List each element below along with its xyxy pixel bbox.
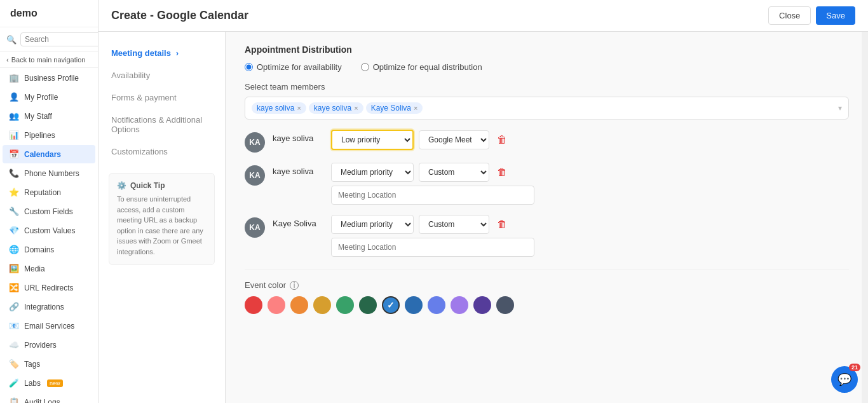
step-label-forms-payment: Forms & payment — [111, 93, 177, 102]
sidebar-label-reputation: Reputation — [24, 188, 61, 197]
location-input-1[interactable] — [331, 186, 534, 205]
step-forms-payment[interactable]: Forms & payment — [98, 86, 225, 109]
radio-group: Optimize for availability Optimize for e… — [245, 62, 849, 72]
location-type-select-2[interactable]: Google Meet Custom Zoom — [419, 215, 489, 234]
my-staff-icon: 👥 — [9, 111, 19, 121]
sidebar-item-email-services[interactable]: 📧 Email Services — [3, 317, 95, 335]
sidebar-item-my-profile[interactable]: 👤 My Profile — [3, 88, 95, 106]
sidebar-item-reputation[interactable]: ⭐ Reputation — [3, 183, 95, 202]
location-type-select-1[interactable]: Google Meet Custom Zoom — [419, 163, 489, 182]
sidebar-item-url-redirects[interactable]: 🔀 URL Redirects — [3, 278, 95, 297]
color-swatch-8[interactable] — [428, 296, 445, 314]
sidebar-label-labs: Labs — [24, 379, 41, 388]
color-swatch-7[interactable] — [405, 296, 423, 314]
sidebar-label-calendars: Calendars — [24, 150, 61, 159]
radio-equal-label: Optimize for equal distribution — [373, 62, 482, 72]
color-swatch-11[interactable] — [496, 296, 514, 314]
member-row-top-0: Low priority Medium priority High priori… — [331, 130, 849, 150]
location-type-select-0[interactable]: Google Meet Custom Zoom — [419, 130, 489, 149]
step-arrow-icon: › — [176, 49, 179, 58]
color-swatches: ✓ — [245, 296, 849, 314]
sidebar-item-providers[interactable]: ☁️ Providers — [3, 336, 95, 354]
color-swatch-6[interactable]: ✓ — [382, 296, 400, 314]
color-swatch-4[interactable] — [336, 296, 354, 314]
delete-member-1[interactable]: 🗑 — [494, 164, 510, 181]
sidebar-item-media[interactable]: 🖼️ Media — [3, 259, 95, 278]
delete-member-2[interactable]: 🗑 — [494, 216, 510, 233]
member-row-1: KA kaye soliva Low priority Medium prior… — [245, 163, 849, 205]
sidebar-item-labs[interactable]: 🧪 Labs new — [3, 374, 95, 392]
audit-logs-icon: 📋 — [9, 397, 19, 403]
search-input[interactable] — [20, 32, 98, 46]
priority-select-1[interactable]: Low priority Medium priority High priori… — [331, 163, 414, 182]
reputation-icon: ⭐ — [9, 188, 19, 197]
sidebar-item-business-profile[interactable]: 🏢 Business Profile — [3, 69, 95, 87]
custom-values-icon: 💎 — [9, 226, 19, 235]
color-swatch-10[interactable] — [473, 296, 491, 314]
sidebar-item-domains[interactable]: 🌐 Domains — [3, 240, 95, 259]
search-bar: 🔍 ⌘K ⚡ — [0, 27, 98, 52]
save-button[interactable]: Save — [816, 6, 855, 25]
step-availability[interactable]: Availability — [98, 64, 225, 86]
radio-availability-label: Optimize for availability — [257, 62, 342, 72]
business-profile-icon: 🏢 — [9, 73, 19, 83]
chat-badge: 21 — [849, 364, 860, 371]
close-button[interactable]: Close — [768, 6, 811, 25]
color-swatch-3[interactable] — [313, 296, 331, 314]
sidebar-item-pipelines[interactable]: 📊 Pipelines — [3, 126, 95, 144]
phone-numbers-icon: 📞 — [9, 168, 19, 178]
domains-icon: 🌐 — [9, 245, 19, 254]
page-header: Create - Google Calendar Close Save — [98, 0, 868, 32]
page-title: Create - Google Calendar — [111, 9, 248, 22]
radio-optimize-equal[interactable]: Optimize for equal distribution — [361, 62, 482, 72]
sidebar-label-tags: Tags — [24, 360, 40, 369]
tag-remove-0[interactable]: × — [297, 104, 301, 112]
sidebar: demo 🔍 ⌘K ⚡ ‹ Back to main navigation 🏢 … — [0, 0, 98, 403]
team-members-input[interactable]: kaye soliva × kaye soliva × Kaye Soliva … — [245, 97, 849, 120]
step-notifications[interactable]: Notifications & Additional Options — [98, 109, 225, 140]
info-icon: i — [290, 281, 299, 290]
member-avatar-0: KA — [245, 132, 265, 153]
sidebar-item-tags[interactable]: 🏷️ Tags — [3, 355, 95, 373]
sidebar-item-audit-logs[interactable]: 📋 Audit Logs — [3, 393, 95, 403]
sidebar-item-integrations[interactable]: 🔗 Integrations — [3, 297, 95, 316]
color-swatch-5[interactable] — [359, 296, 377, 314]
tag-remove-1[interactable]: × — [354, 104, 358, 112]
team-tag-2: Kaye Soliva × — [366, 102, 423, 114]
back-navigation[interactable]: ‹ Back to main navigation — [0, 52, 98, 68]
sidebar-item-calendars[interactable]: 📅 Calendars — [3, 145, 95, 163]
steps-panel: Meeting details › Availability Forms & p… — [98, 32, 226, 403]
radio-optimize-availability[interactable]: Optimize for availability — [245, 62, 342, 72]
scrollbar-track[interactable] — [862, 32, 868, 403]
sidebar-label-custom-values: Custom Values — [24, 226, 75, 235]
location-input-2[interactable] — [331, 238, 534, 257]
sidebar-label-email-services: Email Services — [24, 322, 74, 331]
custom-fields-icon: 🔧 — [9, 207, 19, 216]
sidebar-item-custom-fields[interactable]: 🔧 Custom Fields — [3, 202, 95, 221]
quick-tip: ⚙️ Quick Tip To ensure uninterrupted acc… — [109, 173, 215, 265]
priority-select-0[interactable]: Low priority Medium priority High priori… — [331, 130, 414, 150]
delete-member-0[interactable]: 🗑 — [494, 132, 510, 148]
color-swatch-9[interactable] — [451, 296, 468, 314]
color-swatch-0[interactable] — [245, 296, 262, 314]
tip-icon: ⚙️ — [117, 181, 126, 190]
color-swatch-2[interactable] — [290, 296, 308, 314]
sidebar-label-audit-logs: Audit Logs — [24, 398, 60, 404]
tags-icon: 🏷️ — [9, 359, 19, 369]
chat-widget[interactable]: 💬 21 — [831, 366, 858, 393]
member-controls-2: Low priority Medium priority High priori… — [331, 215, 849, 257]
priority-select-2[interactable]: Low priority Medium priority High priori… — [331, 215, 414, 234]
chat-icon: 💬 — [837, 372, 851, 386]
sidebar-item-custom-values[interactable]: 💎 Custom Values — [3, 221, 95, 240]
sidebar-label-media: Media — [24, 264, 45, 273]
color-swatch-1[interactable] — [268, 296, 285, 314]
step-customizations[interactable]: Customizations — [98, 140, 225, 163]
tag-remove-2[interactable]: × — [414, 104, 417, 112]
step-label-availability: Availability — [111, 71, 150, 80]
sidebar-item-my-staff[interactable]: 👥 My Staff — [3, 107, 95, 125]
member-avatar-2: KA — [245, 217, 265, 238]
member-row-0: KA kaye soliva Low priority Medium prior… — [245, 130, 849, 153]
sidebar-item-phone-numbers[interactable]: 📞 Phone Numbers — [3, 164, 95, 182]
step-meeting-details[interactable]: Meeting details › — [98, 42, 225, 64]
member-name-1: kaye soliva — [273, 163, 323, 176]
